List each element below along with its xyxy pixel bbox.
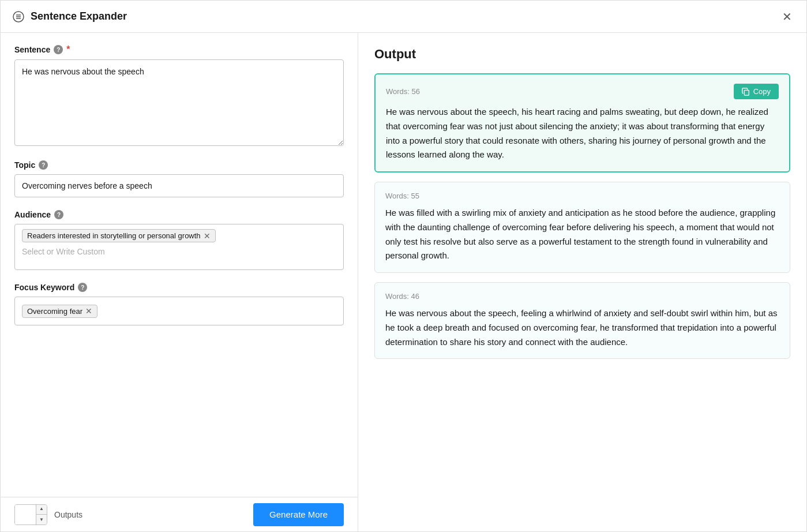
left-scroll-area: Sentence ? * He was nervous about the sp… [1,33,358,497]
spinner-down[interactable]: ▼ [36,515,47,525]
spinner-up[interactable]: ▲ [36,504,47,515]
audience-tag-remove[interactable]: ✕ [204,232,211,240]
outputs-number[interactable]: 1 [15,505,36,524]
focus-keyword-tag-remove[interactable]: ✕ [85,307,92,315]
svg-rect-4 [744,90,749,95]
audience-tag-text: Readers interested in storytelling or pe… [27,231,201,240]
title-bar: Sentence Expander ✕ [1,1,806,33]
card-top-0: Words: 56Copy [386,84,779,99]
word-count-1: Words: 55 [385,192,419,200]
sentence-label: Sentence ? * [14,44,344,55]
left-panel: Sentence ? * He was nervous about the sp… [1,33,358,531]
audience-label: Audience ? [14,210,344,219]
focus-keyword-field-group: Focus Keyword ? Overcoming fear ✕ [14,283,344,325]
focus-keyword-label-text: Focus Keyword [14,283,74,292]
sentence-help-icon[interactable]: ? [54,45,63,54]
focus-keyword-label: Focus Keyword ? [14,283,344,292]
audience-placeholder: Select or Write Custom [22,246,336,257]
audience-label-text: Audience [14,210,51,219]
sentence-label-text: Sentence [14,45,50,54]
audience-input-box[interactable]: Readers interested in storytelling or pe… [14,224,344,270]
audience-tags: Readers interested in storytelling or pe… [22,229,336,242]
sentence-input[interactable]: He was nervous about the speech [14,59,344,146]
word-count-2: Words: 46 [385,292,419,301]
topic-help-icon[interactable]: ? [39,160,48,170]
number-spinners: ▲ ▼ [36,504,47,525]
bottom-bar: 1 ▲ ▼ Outputs Generate More [1,497,358,531]
focus-keyword-help-icon[interactable]: ? [78,283,87,292]
close-button[interactable]: ✕ [779,9,795,25]
card-text-0: He was nervous about the speech, his hea… [386,105,779,162]
sentence-required: * [66,44,70,55]
topic-label: Topic ? [14,160,344,170]
output-card-0: Words: 56CopyHe was nervous about the sp… [374,73,790,173]
topic-input[interactable] [14,174,344,197]
sentence-field-group: Sentence ? * He was nervous about the sp… [14,44,344,148]
main-layout: Sentence ? * He was nervous about the sp… [1,33,806,531]
audience-tag: Readers interested in storytelling or pe… [22,229,216,242]
output-card-2: Words: 46He was nervous about the speech… [374,282,790,359]
app-title: Sentence Expander [31,10,127,23]
copy-button-0[interactable]: Copy [734,84,779,99]
right-panel: Output Words: 56CopyHe was nervous about… [358,33,806,531]
focus-keyword-tag: Overcoming fear ✕ [22,305,97,318]
focus-keyword-input-box[interactable]: Overcoming fear ✕ [14,297,344,325]
focus-keyword-tag-text: Overcoming fear [27,307,82,316]
outputs-count-input[interactable]: 1 ▲ ▼ [14,504,47,525]
card-top-2: Words: 46 [385,292,779,301]
word-count-0: Words: 56 [386,87,420,96]
output-cards-container: Words: 56CopyHe was nervous about the sp… [374,73,790,359]
card-top-1: Words: 55 [385,192,779,200]
output-card-1: Words: 55He was filled with a swirling m… [374,182,790,273]
topic-label-text: Topic [14,160,35,170]
output-title: Output [374,47,790,62]
generate-more-button[interactable]: Generate More [253,503,344,526]
topic-field-group: Topic ? [14,160,344,197]
title-bar-left: Sentence Expander [12,10,127,23]
card-text-2: He was nervous about the speech, feeling… [385,306,779,349]
copy-icon-0 [742,88,750,96]
menu-icon[interactable] [12,10,25,23]
outputs-label: Outputs [54,510,82,519]
card-text-1: He was filled with a swirling mix of anx… [385,206,779,263]
audience-field-group: Audience ? Readers interested in storyte… [14,210,344,270]
audience-help-icon[interactable]: ? [54,210,63,219]
